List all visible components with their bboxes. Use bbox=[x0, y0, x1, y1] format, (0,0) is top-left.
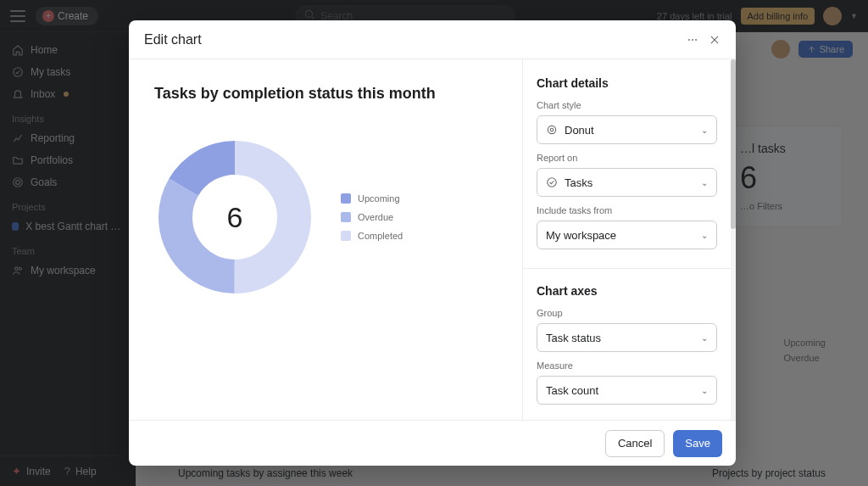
donut-chart: 6 bbox=[154, 137, 315, 298]
modal-title: Edit chart bbox=[144, 32, 202, 47]
save-button[interactable]: Save bbox=[673, 430, 722, 457]
donut-center-value: 6 bbox=[154, 137, 315, 298]
dropdown-value: Donut bbox=[565, 124, 694, 137]
legend-item-overdue: Overdue bbox=[341, 212, 403, 222]
dropdown-value: Task count bbox=[546, 384, 694, 397]
edit-chart-modal: Edit chart Tasks by completion status th… bbox=[129, 20, 736, 466]
label-group: Group bbox=[537, 308, 717, 318]
section-chart-axes: Chart axes bbox=[537, 284, 717, 298]
dropdown-value: Task status bbox=[546, 332, 694, 344]
svg-point-16 bbox=[550, 128, 554, 131]
label-report-on: Report on bbox=[537, 153, 717, 163]
close-icon[interactable] bbox=[709, 34, 721, 46]
more-icon[interactable] bbox=[687, 34, 698, 46]
chart-title: Tasks by completion status this month bbox=[154, 85, 497, 103]
label-measure: Measure bbox=[537, 360, 717, 371]
chevron-down-icon: ⌄ bbox=[701, 126, 708, 135]
swatch-icon bbox=[341, 212, 351, 222]
dropdown-group[interactable]: Task status ⌄ bbox=[537, 323, 717, 352]
legend-item-completed: Completed bbox=[341, 231, 403, 241]
cancel-button[interactable]: Cancel bbox=[605, 430, 665, 457]
swatch-icon bbox=[341, 193, 351, 204]
details-pane: Chart details Chart style Donut ⌄ Report… bbox=[523, 59, 731, 420]
dropdown-value: Tasks bbox=[565, 176, 694, 189]
legend-item-upcoming: Upcoming bbox=[341, 193, 403, 204]
chevron-down-icon: ⌄ bbox=[701, 333, 708, 343]
donut-type-icon bbox=[546, 124, 558, 136]
svg-point-7 bbox=[688, 39, 690, 41]
svg-point-15 bbox=[548, 126, 555, 133]
details-scrollbar[interactable] bbox=[731, 59, 736, 420]
legend-label: Upcoming bbox=[358, 193, 400, 204]
legend-label: Completed bbox=[358, 231, 403, 241]
dropdown-chart-style[interactable]: Donut ⌄ bbox=[537, 115, 717, 144]
legend-label: Overdue bbox=[358, 212, 393, 222]
dropdown-measure[interactable]: Task count ⌄ bbox=[537, 376, 717, 405]
check-circle-icon bbox=[546, 176, 558, 188]
scrollbar-thumb[interactable] bbox=[731, 59, 736, 229]
dropdown-report-on[interactable]: Tasks ⌄ bbox=[537, 168, 717, 197]
chart-preview-pane: Tasks by completion status this month 6 … bbox=[129, 59, 523, 420]
label-include-from: Include tasks from bbox=[537, 205, 717, 215]
svg-point-9 bbox=[695, 39, 697, 41]
chart-legend: Upcoming Overdue Completed bbox=[341, 193, 403, 241]
swatch-icon bbox=[341, 231, 351, 241]
chevron-down-icon: ⌄ bbox=[701, 231, 708, 240]
svg-point-17 bbox=[548, 178, 557, 187]
label-chart-style: Chart style bbox=[537, 100, 717, 110]
svg-point-8 bbox=[692, 39, 693, 41]
dropdown-value: My workspace bbox=[546, 229, 694, 242]
chevron-down-icon: ⌄ bbox=[701, 386, 708, 395]
dropdown-include-from[interactable]: My workspace ⌄ bbox=[537, 221, 717, 249]
chevron-down-icon: ⌄ bbox=[701, 178, 708, 187]
section-chart-details: Chart details bbox=[537, 76, 717, 90]
